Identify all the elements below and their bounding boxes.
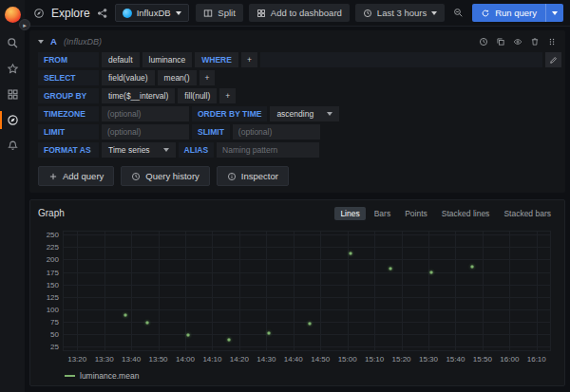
topbar-right: Split Add to dashboard Last 3 hours	[196, 4, 563, 22]
sidebar-item-alerting[interactable]	[0, 133, 25, 159]
x-axis-tick-label: 16:10	[527, 355, 546, 364]
drag-handle-icon[interactable]	[547, 37, 557, 47]
tab-bars[interactable]: Bars	[369, 207, 396, 220]
select-field-segment[interactable]: field(value)	[102, 70, 155, 85]
tab-stacked-bars[interactable]: Stacked bars	[498, 207, 557, 220]
gridline-horizontal	[64, 259, 550, 260]
query-history-button[interactable]: Query history	[121, 166, 210, 186]
add-to-dashboard-button[interactable]: Add to dashboard	[249, 4, 350, 22]
plus-icon	[48, 172, 58, 181]
delete-query-trash-icon[interactable]	[530, 37, 540, 47]
legend[interactable]: luminance.mean	[65, 371, 139, 381]
sidebar-item-starred[interactable]	[0, 56, 25, 82]
page-title: Explore	[51, 7, 90, 20]
gridline-horizontal	[64, 272, 550, 273]
query-ref-id[interactable]: A	[50, 36, 57, 47]
info-circle-icon	[227, 172, 237, 181]
legend-swatch	[65, 375, 75, 377]
x-axis-tick-label: 14:00	[176, 355, 195, 364]
edit-query-button[interactable]	[545, 52, 561, 67]
alias-label: ALIAS	[179, 142, 215, 158]
query-editor-panel: A (InfluxDB) FROM default luminance	[29, 30, 565, 193]
zoom-out-icon	[453, 8, 464, 18]
order-by-time-select[interactable]: ascending	[270, 106, 339, 121]
compass-icon	[7, 114, 19, 126]
main-area: Explore InfluxDB Split Add to dashboar	[25, 0, 570, 392]
split-button[interactable]: Split	[196, 4, 242, 22]
from-policy-segment[interactable]: default	[102, 52, 140, 67]
sidebar: ▸	[0, 0, 25, 392]
query-row-header: A (InfluxDB)	[33, 33, 561, 49]
select-label: SELECT	[38, 70, 99, 85]
topbar-left: Explore InfluxDB	[33, 4, 189, 22]
sidebar-item-dashboards[interactable]	[0, 82, 25, 107]
from-measurement-segment[interactable]: luminance	[142, 52, 193, 67]
tab-stacked-lines[interactable]: Stacked lines	[436, 207, 496, 220]
run-query-button[interactable]: Run query	[472, 4, 563, 22]
where-keyword-segment[interactable]: WHERE	[195, 52, 238, 67]
y-axis-tick-label: 250	[47, 231, 59, 239]
query-history-icon[interactable]	[479, 37, 488, 47]
group-by-time-segment[interactable]: time($__interval)	[102, 88, 175, 103]
tab-lines[interactable]: Lines	[334, 207, 365, 220]
limit-input[interactable]	[102, 124, 189, 140]
x-axis-tick-label: 13:20	[67, 355, 86, 364]
select-agg-segment[interactable]: mean()	[158, 70, 197, 85]
sidebar-item-explore[interactable]	[0, 107, 25, 133]
x-axis-tick-label: 15:50	[473, 355, 492, 364]
group-by-fill-segment[interactable]: fill(null)	[178, 88, 217, 103]
gridline-vertical	[131, 232, 132, 350]
gridline-vertical	[239, 232, 240, 350]
add-query-button[interactable]: Add query	[38, 166, 114, 186]
gridline-vertical	[509, 232, 510, 350]
x-axis-tick-label: 15:20	[392, 355, 411, 364]
tab-points[interactable]: Points	[399, 207, 433, 220]
x-axis-tick-label: 13:30	[95, 355, 114, 364]
query-actions: Add query Query history Inspector	[38, 166, 561, 186]
gridline-horizontal	[64, 297, 550, 298]
x-axis-tick-label: 16:00	[500, 355, 519, 364]
timezone-input[interactable]	[102, 106, 189, 121]
slimit-input[interactable]	[233, 124, 320, 140]
apps-grid-icon	[7, 88, 19, 101]
chevron-down-icon	[431, 11, 437, 15]
limit-label: LIMIT	[38, 124, 99, 140]
data-point	[470, 265, 473, 268]
copy-query-icon[interactable]	[496, 37, 505, 47]
history-clock-icon	[131, 172, 141, 181]
gridline-vertical	[537, 232, 538, 350]
y-axis-tick-label: 150	[47, 280, 59, 289]
gridline-vertical	[185, 232, 186, 350]
y-axis-tick-label: 25	[50, 343, 59, 351]
collapse-caret-icon[interactable]	[38, 40, 44, 44]
gridline-vertical	[212, 232, 213, 350]
disable-query-eye-icon[interactable]	[513, 37, 522, 47]
run-query-label: Run query	[495, 8, 537, 18]
query-row-format: FORMAT AS Time series ALIAS	[38, 142, 561, 158]
format-as-select[interactable]: Time series	[102, 142, 176, 158]
add-group-by-button[interactable]: +	[219, 88, 236, 103]
plot-area[interactable]: 25507510012515017520022525013:2013:3013:…	[63, 231, 551, 351]
data-point	[349, 252, 352, 254]
y-axis-tick-label: 225	[47, 243, 59, 252]
sidebar-item-search[interactable]	[0, 30, 25, 56]
gridline-horizontal	[64, 334, 550, 335]
alias-input[interactable]	[217, 142, 319, 158]
datasource-picker[interactable]: InfluxDB	[115, 4, 189, 22]
data-point	[146, 322, 149, 325]
gridline-vertical	[104, 232, 105, 350]
time-range-picker[interactable]: Last 3 hours	[355, 4, 445, 22]
add-condition-button[interactable]: +	[241, 52, 257, 67]
add-select-part-button[interactable]: +	[200, 70, 216, 85]
share-icon[interactable]	[97, 8, 108, 19]
y-axis-tick-label: 50	[50, 330, 59, 339]
grafana-app: ▸ Explore	[0, 0, 570, 392]
run-query-dropdown[interactable]	[545, 4, 563, 22]
gridline-vertical	[348, 232, 349, 350]
sidebar-expand-button[interactable]: ▸	[19, 19, 30, 30]
query-datasource-hint: (InfluxDB)	[64, 37, 102, 47]
query-row-timezone: TIMEZONE ORDER BY TIME ascending	[38, 106, 561, 121]
zoom-out-button[interactable]	[450, 4, 466, 22]
y-axis-tick-label: 125	[47, 292, 59, 301]
inspector-button[interactable]: Inspector	[217, 166, 289, 186]
